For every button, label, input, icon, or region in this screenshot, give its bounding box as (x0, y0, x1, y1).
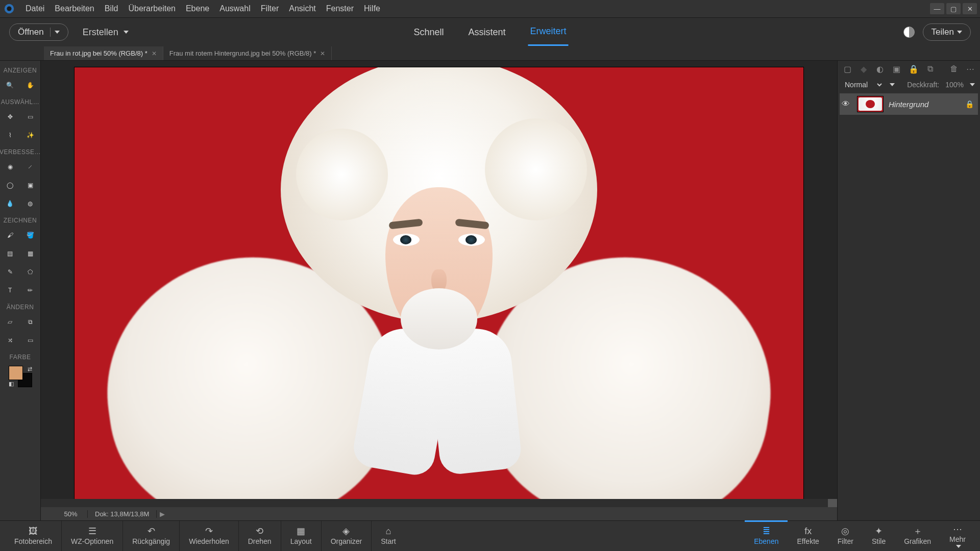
clone-tool[interactable]: ▣ (20, 176, 41, 194)
bottom-undo[interactable]: ↶Rückgängig (123, 521, 180, 551)
redeye-icon: ◉ (5, 162, 15, 172)
toolbox-section-label: VERBESSE… (0, 148, 41, 156)
bottom-layout[interactable]: ▦Layout (281, 521, 322, 551)
chevron-down-icon (957, 31, 962, 34)
gradient-icon: ▦ (25, 248, 35, 259)
brush-tool[interactable]: 🖌 (0, 226, 20, 244)
effects-icon: fx (804, 527, 812, 536)
window-minimize-button[interactable]: — (930, 3, 944, 14)
document-canvas[interactable] (74, 67, 804, 499)
clone-icon: ▣ (25, 180, 35, 190)
crop-tool[interactable]: ▱ (0, 313, 20, 331)
menu-auswahl[interactable]: Auswahl (214, 2, 255, 15)
document-tab-label: Frau mit rotem Hintergrund.jpg bei 50% (… (169, 49, 316, 57)
color-swatch[interactable]: ⇄ ◧ (9, 366, 32, 387)
text-icon: T (5, 285, 15, 295)
status-arrow-icon[interactable]: ▶ (157, 510, 168, 518)
toolbox-section-label: ZEICHNEN (4, 217, 37, 224)
bottom-grafiken[interactable]: ＋Grafiken (895, 521, 940, 551)
menu-bild[interactable]: Bild (100, 2, 124, 15)
chevron-down-icon (970, 83, 975, 86)
menu-filter[interactable]: Filter (256, 2, 284, 15)
text-tool[interactable]: T (0, 281, 20, 299)
zoom-tool[interactable]: 🔍 (0, 76, 20, 94)
window-maximize-button[interactable]: ▢ (946, 3, 961, 14)
close-icon[interactable]: ✕ (152, 50, 157, 57)
bottom-stile[interactable]: ✦Stile (863, 521, 895, 551)
menu-bearbeiten[interactable]: Bearbeiten (50, 2, 99, 15)
window-close-button[interactable]: ✕ (963, 3, 977, 14)
share-button[interactable]: Teilen (923, 23, 971, 41)
mode-schnell[interactable]: Schnell (411, 19, 446, 45)
fill-tool[interactable]: ▤ (0, 244, 20, 263)
pencil-tool[interactable]: ✏ (20, 281, 41, 299)
bottom-wz-optionen[interactable]: ☰WZ-Optionen (62, 521, 123, 551)
menu-ueberarbeiten[interactable]: Überarbeiten (123, 2, 181, 15)
new-layer-icon[interactable]: ▢ (843, 64, 852, 74)
mask-icon[interactable]: ▣ (892, 64, 901, 74)
canvas-image (168, 67, 709, 499)
dropper-tool[interactable]: ✎ (0, 263, 20, 281)
contentmove-tool[interactable]: ⤮ (0, 331, 20, 349)
appearance-toggle-icon[interactable] (903, 27, 915, 38)
perspective-tool[interactable]: ▭ (20, 331, 41, 349)
adjustment-layer-icon[interactable]: ◐ (875, 64, 885, 74)
document-tab[interactable]: Frau mit rotem Hintergrund.jpg bei 50% (… (163, 46, 332, 60)
layers-panel-toolbar: ▢ ◆ ◐ ▣ 🔒 ⧉ 🗑 ⋯ (838, 61, 980, 77)
create-button[interactable]: Erstellen (83, 27, 129, 38)
layer-row[interactable]: 👁 Hintergrund 🔒 (840, 93, 978, 115)
bottom-fotobereich[interactable]: 🖼Fotobereich (5, 521, 62, 551)
bottom-effekte[interactable]: fxEffekte (788, 521, 828, 551)
canvas-scrollbar[interactable] (41, 499, 837, 507)
swap-colors-icon[interactable]: ⇄ (28, 366, 32, 372)
menu-ebene[interactable]: Ebene (181, 2, 214, 15)
foreground-color-swatch[interactable] (9, 366, 23, 380)
hand-tool[interactable]: ✋ (20, 76, 41, 94)
bottom-filter[interactable]: ◎Filter (828, 521, 863, 551)
close-icon[interactable]: ✕ (320, 50, 325, 57)
straighten-tool[interactable]: ⟋ (20, 158, 41, 176)
blend-mode-select[interactable]: Normal (843, 80, 884, 89)
open-button[interactable]: Öffnen (9, 23, 68, 41)
rotate-icon: ⟲ (256, 527, 263, 536)
default-colors-icon[interactable]: ◧ (9, 381, 14, 387)
sponge-tool[interactable]: ◍ (20, 194, 41, 213)
lock-icon[interactable]: 🔒 (909, 64, 919, 74)
bucket-tool[interactable]: 🪣 (20, 226, 41, 244)
spot-tool[interactable]: ◯ (0, 176, 20, 194)
bottom-drehen[interactable]: ⟲Drehen (239, 521, 281, 551)
mode-assistent[interactable]: Assistent (467, 19, 508, 45)
bottom-mehr[interactable]: ⋯Mehr (940, 521, 975, 551)
menu-fenster[interactable]: Fenster (321, 2, 359, 15)
menu-datei[interactable]: Datei (20, 2, 50, 15)
recompose-tool[interactable]: ⧉ (20, 313, 41, 331)
zoom-level[interactable]: 50% (54, 510, 88, 518)
spot-icon: ◯ (5, 180, 15, 190)
layer-visibility-icon[interactable]: 👁 (840, 99, 852, 109)
link-icon[interactable]: ⧉ (926, 64, 935, 74)
wand-tool[interactable]: ✨ (20, 126, 41, 144)
mode-erweitert[interactable]: Erweitert (528, 18, 569, 46)
gradient-tool[interactable]: ▦ (20, 244, 41, 263)
marquee-tool[interactable]: ▭ (20, 108, 41, 126)
blur-tool[interactable]: 💧 (0, 194, 20, 213)
shape-tool[interactable]: ⬠ (20, 263, 41, 281)
redeye-tool[interactable]: ◉ (0, 158, 20, 176)
move-tool[interactable]: ✥ (0, 108, 20, 126)
undo-icon: ↶ (148, 527, 155, 536)
menu-ansicht[interactable]: Ansicht (284, 2, 321, 15)
new-group-icon[interactable]: ◆ (859, 64, 868, 74)
opacity-value[interactable]: 100% (945, 81, 964, 89)
lasso-tool[interactable]: ⌇ (0, 126, 20, 144)
bottom-ebenen[interactable]: ≣Ebenen (745, 520, 788, 550)
panel-menu-icon[interactable]: ⋯ (966, 64, 975, 74)
trash-icon[interactable]: 🗑 (949, 64, 959, 74)
bottom-redo[interactable]: ↷Wiederholen (180, 521, 239, 551)
layer-lock-icon[interactable]: 🔒 (965, 100, 974, 108)
bottom-start[interactable]: ⌂Start (372, 521, 405, 551)
document-tab[interactable]: Frau in rot.jpg bei 50% (RGB/8) * ✕ (44, 46, 163, 60)
straighten-icon: ⟋ (25, 162, 35, 172)
organizer-icon: ◈ (342, 527, 350, 536)
menu-hilfe[interactable]: Hilfe (359, 2, 385, 15)
bottom-organizer[interactable]: ◈Organizer (322, 521, 372, 551)
